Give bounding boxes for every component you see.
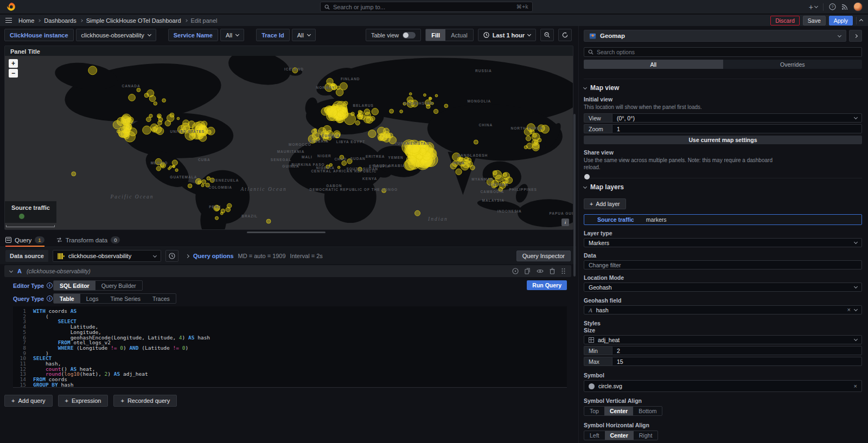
geohash-field-select[interactable]: Ahash× [584, 305, 862, 314]
options-search[interactable]: Search options [584, 47, 862, 57]
tab-query[interactable]: Query 1 [5, 236, 44, 247]
query-type-label: Query Typei [13, 296, 53, 302]
chevron-down-icon [814, 4, 818, 8]
menu-icon[interactable] [5, 18, 12, 23]
scrollbar-thumb[interactable] [573, 114, 576, 277]
plus-icon: + [590, 201, 593, 207]
refresh-button[interactable] [558, 29, 572, 41]
drag-handle-icon[interactable] [561, 268, 566, 274]
section-map-view[interactable]: Map view [584, 79, 862, 92]
section-map-layers[interactable]: Map layers [584, 178, 862, 191]
hide-query-eye-icon[interactable] [537, 268, 544, 274]
chevron-down-icon [583, 184, 587, 188]
variable-value-clickhouse-instance[interactable]: clickhouse-observability [76, 29, 156, 41]
svg-text:?: ? [831, 4, 833, 9]
query-type-traces[interactable]: Traces [146, 294, 176, 303]
query-type-table[interactable]: Table [54, 294, 80, 303]
breadcrumb-dashboard-name[interactable]: Simple ClickHouse OTel Dashboard [86, 17, 181, 24]
valign-bottom[interactable]: Bottom [633, 407, 662, 415]
chevron-down-icon [854, 115, 858, 119]
location-mode-select[interactable]: Geohash [584, 283, 862, 292]
table-view-toggle[interactable]: Table view [366, 29, 421, 41]
apply-button[interactable]: Apply [829, 16, 853, 25]
expression-button[interactable]: +Expression [58, 395, 108, 407]
clear-icon[interactable]: × [847, 307, 851, 313]
time-range-picker[interactable]: Last 1 hour [478, 29, 536, 41]
variable-label-trace-id: Trace Id [256, 29, 290, 41]
variable-value-service-name[interactable]: All [220, 29, 244, 41]
map-attribution-button[interactable]: i [561, 219, 569, 226]
query-type-logs[interactable]: Logs [80, 294, 105, 303]
add-button[interactable]: + [809, 3, 818, 11]
query-inspector-button[interactable]: Query Inspector [516, 251, 571, 261]
add-query-button[interactable]: +Add query [4, 395, 53, 407]
run-query-button[interactable]: Run Query [527, 280, 567, 290]
breadcrumb-dashboards[interactable]: Dashboards [44, 17, 76, 24]
clear-icon[interactable]: × [854, 383, 857, 389]
query-header[interactable]: A (clickhouse-observability) [4, 265, 571, 277]
query-options-toggle[interactable]: Query options [193, 253, 234, 259]
dashboard-variables: ClickHouse instance clickhouse-observabi… [4, 29, 316, 41]
symbol-horizontal-align-group: Left Center Right [584, 431, 658, 440]
actual-option[interactable]: Actual [445, 29, 473, 41]
use-current-map-settings-button[interactable]: Use current map settings [584, 136, 862, 144]
map-zoom-in-button[interactable]: + [9, 59, 18, 68]
variable-value-trace-id[interactable]: All [292, 29, 316, 41]
fill-option[interactable]: Fill [426, 29, 445, 41]
zoom-out-time-button[interactable] [540, 29, 554, 41]
help-icon[interactable]: ? [829, 3, 836, 10]
layer-type-select[interactable]: Markers [584, 238, 862, 247]
map-zoom-out-button[interactable]: − [9, 69, 18, 78]
collapse-chevron-icon[interactable] [859, 19, 863, 23]
delete-query-trash-icon[interactable] [550, 268, 555, 274]
sql-code-editor[interactable]: 1WITH coords AS2 (3 SELECT4 Latitude,5 L… [13, 306, 567, 388]
panel-title[interactable]: Panel Title [5, 46, 573, 56]
visualization-picker[interactable]: Geomap [584, 30, 846, 42]
panel-resize-handle[interactable] [247, 232, 326, 233]
zoom-input[interactable]: 1 [612, 124, 862, 133]
data-filter-input[interactable]: Change filter [584, 260, 862, 269]
datasource-picker[interactable]: clickhouse-observability [53, 250, 161, 262]
query-help-icon[interactable] [512, 268, 519, 274]
search-icon [588, 49, 593, 55]
layer-name[interactable]: Source traffic [597, 216, 634, 223]
geomap-viz-icon [589, 33, 596, 40]
avatar[interactable] [853, 2, 863, 11]
halign-right[interactable]: Right [634, 431, 658, 440]
world-map[interactable]: RUSSIACANADAUNITED STATESMEXICOGUATEMALA… [5, 56, 573, 229]
breadcrumb-home[interactable]: Home [18, 17, 34, 24]
max-input[interactable]: 15 [612, 357, 862, 366]
collapse-query-chevron-icon[interactable] [9, 268, 13, 272]
global-search[interactable]: Search or jump to... ⌘+k [320, 2, 533, 12]
recorded-query-button[interactable]: +Recorded query [113, 395, 177, 407]
circle-symbol-icon [589, 383, 595, 389]
halign-center[interactable]: Center [605, 431, 634, 440]
query-type-timeseries[interactable]: Time Series [104, 294, 146, 303]
datasource-help-button[interactable] [165, 250, 178, 262]
duplicate-query-icon[interactable] [525, 268, 531, 274]
min-input[interactable]: 2 [612, 346, 862, 355]
grafana-logo-icon[interactable] [7, 2, 16, 11]
chevron-down-icon [153, 253, 157, 257]
add-layer-button[interactable]: +Add layer [584, 198, 626, 209]
editor-type-builder[interactable]: Query Builder [95, 281, 142, 290]
news-icon[interactable] [841, 4, 848, 10]
view-select[interactable]: (0°, 0°) [612, 113, 862, 123]
size-field-select[interactable]: adj_heat [584, 335, 862, 344]
valign-center[interactable]: Center [604, 407, 633, 415]
collapse-options-button[interactable] [849, 30, 862, 42]
chevron-right-icon[interactable] [186, 254, 189, 258]
options-tab-all[interactable]: All [584, 60, 723, 69]
map-scale-bar [6, 225, 55, 227]
editor-tabs: Query 1 Transform data 0 [0, 234, 576, 247]
tab-transform-data[interactable]: Transform data 0 [56, 236, 120, 247]
valign-top[interactable]: Top [584, 407, 604, 415]
discard-button[interactable]: Discard [770, 16, 800, 25]
symbol-select[interactable]: circle.svg× [584, 380, 862, 392]
toggle-off-icon[interactable] [403, 32, 416, 38]
halign-left[interactable]: Left [584, 431, 605, 440]
layer-row-source-traffic[interactable]: Source traffic markers [584, 214, 862, 225]
save-button[interactable]: Save [803, 16, 826, 25]
editor-type-sql[interactable]: SQL Editor [54, 281, 95, 290]
options-tab-overrides[interactable]: Overrides [723, 60, 863, 69]
